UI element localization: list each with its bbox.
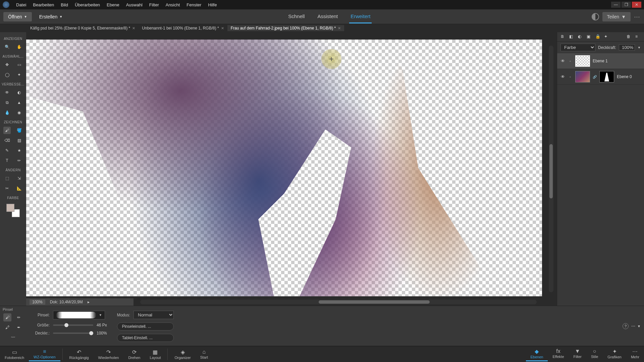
stamp-tool-icon[interactable]: ▲ [15,99,23,106]
spot-tool-icon[interactable]: ◐ [15,89,23,96]
crop-tool-icon[interactable]: ⬚ [3,175,11,182]
delete-layer-icon[interactable]: 🗑 [627,34,632,40]
maximize-button[interactable]: ❐ [622,2,631,8]
opacity-input[interactable] [619,44,635,51]
size-slider[interactable] [53,324,93,326]
theme-toggle-icon[interactable] [592,13,599,20]
taskbar-grafiken[interactable]: ✦Grafiken [603,347,626,361]
menu-bild[interactable]: Bild [57,1,71,9]
pencil-tool-icon[interactable]: ✏ [15,157,23,164]
clone-tool-icon[interactable]: ⧉ [3,99,11,106]
scrollbar-thumb[interactable] [319,300,430,304]
brush-settings-button[interactable]: Pinseleinstell. ... [117,322,174,330]
foreground-color[interactable] [6,204,14,212]
zoom-level[interactable]: 100% [30,299,45,305]
straighten-tool-icon[interactable]: 📐 [15,185,23,192]
menu-bearbeiten[interactable]: Bearbeiten [30,1,57,9]
hand-tool-icon[interactable]: ✋ [15,43,23,51]
text-tool-icon[interactable]: T [3,157,11,164]
taskbar-wz-optionen[interactable]: ≡WZ-Optionen [29,347,60,361]
menu-filter[interactable]: Filter [146,1,162,9]
brush-variant-4-icon[interactable]: ✒ [15,323,23,331]
lock-icon[interactable]: 🔒 [595,34,601,40]
close-tab-icon[interactable]: ✕ [338,26,341,31]
taskbar-fotobereich[interactable]: ▭Fotobereich [0,348,29,361]
layer-thumbnail[interactable] [575,55,590,67]
move-tool-icon[interactable]: ✥ [3,61,11,68]
lasso-tool-icon[interactable]: ◯ [3,71,11,78]
eraser-tool-icon[interactable]: ⌫ [3,137,11,144]
canvas[interactable] [26,40,542,296]
menu-ansicht[interactable]: Ansicht [162,1,183,9]
opacity-slider[interactable] [53,333,93,334]
horizontal-scrollbar[interactable] [140,300,537,304]
wand-tool-icon[interactable]: ✦ [15,71,23,78]
taskbar-effekte[interactable]: fxEffekte [548,347,569,361]
menu-ebene[interactable]: Ebene [103,1,123,9]
menu-auswahl[interactable]: Auswahl [123,1,146,9]
open-button[interactable]: Öffnen▼ [3,12,32,21]
shape-tool-icon[interactable]: ★ [15,147,23,154]
zoom-tool-icon[interactable]: 🔍 [3,43,11,51]
help-icon[interactable]: ? [623,323,629,329]
fx-icon[interactable]: ✦ [604,34,609,40]
taskbar-stile[interactable]: ○Stile [586,347,603,361]
chevron-down-icon[interactable]: ▼ [638,46,641,49]
panel-menu-icon[interactable]: ≡ [635,34,641,40]
sponge-tool-icon[interactable]: ◉ [15,109,23,116]
more-options-icon[interactable]: ⋯ [631,324,635,328]
blend-mode-select[interactable]: Farbe [560,44,595,51]
taskbar-ebenen[interactable]: ◆Ebenen [526,347,548,361]
minimize-button[interactable]: — [611,2,621,8]
scrollbar-thumb[interactable] [549,144,553,198]
collapse-icon[interactable]: ▾ [638,324,640,328]
eye-tool-icon[interactable]: 👁 [3,89,11,96]
visibility-toggle-icon[interactable]: 👁 [560,74,565,79]
blend-mode-select[interactable]: Normal [133,311,174,319]
gradient-tool-icon[interactable]: ▨ [15,137,23,144]
taskbar-mehr[interactable]: ⋯Mehr [626,347,644,361]
brush-variant-3-icon[interactable]: 🖍 [3,323,11,331]
menu-fenster[interactable]: Fenster [183,1,205,9]
picker-tool-icon[interactable]: ✎ [3,147,11,154]
layer-row-2[interactable]: 👁 ▫ 🔗 Ebene 0 [557,69,644,85]
marquee-tool-icon[interactable]: ▭ [15,61,23,68]
tab-assistent[interactable]: Assistent [316,10,339,23]
recompose-tool-icon[interactable]: ⇲ [15,175,23,182]
brush-preset-picker[interactable]: ▼ [53,311,105,319]
blur-tool-icon[interactable]: 💧 [3,109,11,116]
tab-erweitert[interactable]: Erweitert [349,10,372,23]
doc-tab-3[interactable]: Frau auf dem Fahrrad-2.jpeg bei 100% (Eb… [227,25,344,31]
taskbar-organizer[interactable]: ◈Organizer [170,348,195,361]
link-icon[interactable]: 🔗 [593,75,597,79]
taskbar-rotate[interactable]: ⟳Drehen [123,348,145,361]
close-tab-icon[interactable]: ✕ [221,26,224,31]
visibility-toggle-icon[interactable]: 👁 [560,59,565,63]
close-button[interactable]: ✕ [632,2,641,8]
color-swatch[interactable] [6,204,20,217]
layer-name[interactable]: Ebene 0 [617,74,632,79]
mask-icon[interactable]: ▣ [587,34,592,40]
new-layer-icon[interactable]: 🗎 [560,34,566,40]
layer-row-1[interactable]: 👁 ▫ Ebene 1 [557,53,644,69]
taskbar-layout[interactable]: ▦Layout [145,348,165,361]
menu-hilfe[interactable]: Hilfe [205,1,220,9]
taskbar-start[interactable]: ⌂Start [196,348,213,361]
doc-tab-2[interactable]: Unbenannt-1 bei 100% (Ebene 1, RGB/8) *✕ [139,25,227,31]
tab-schnell[interactable]: Schnell [287,10,306,23]
adjustment-layer-icon[interactable]: ◐ [578,34,583,40]
brush-tool-icon[interactable]: 🖌 [3,127,11,134]
taskbar-undo[interactable]: ↶Rückgängig [65,348,94,361]
taskbar-redo[interactable]: ↷Wiederholen [94,348,124,361]
brush-variant-5-icon[interactable]: 〰 [9,334,17,342]
close-tab-icon[interactable]: ✕ [132,26,135,31]
layer-name[interactable]: Ebene 1 [593,59,608,63]
move-content-icon[interactable]: ✂ [3,185,11,192]
brush-variant-2-icon[interactable]: ✏ [15,313,23,321]
share-button[interactable]: Teilen▼ [602,12,631,21]
layer-mask-thumbnail[interactable] [599,71,614,82]
chevron-right-icon[interactable]: ▸ [88,300,90,304]
menu-ueberarbeiten[interactable]: Überarbeiten [71,1,103,9]
create-button[interactable]: Erstellen▼ [35,12,67,21]
taskbar-filter[interactable]: ▼Filter [569,347,586,361]
